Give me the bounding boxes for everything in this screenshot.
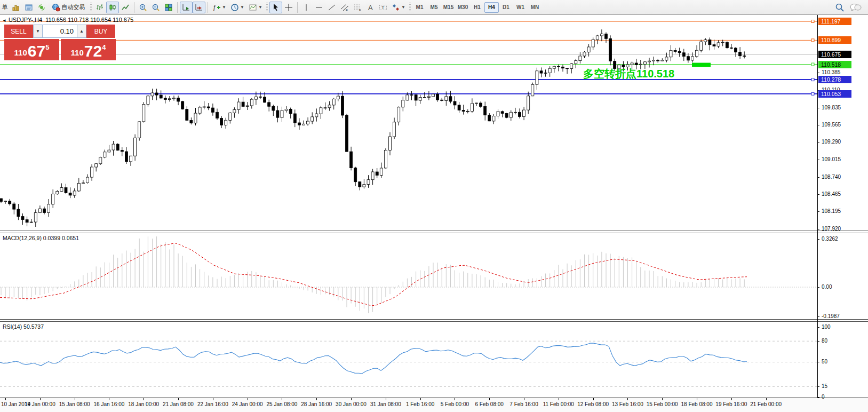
price-level-badge: 110.278 (818, 76, 851, 83)
timeframe-button-M1[interactable]: M1 (412, 2, 427, 13)
timeframe-button-M5[interactable]: M5 (427, 2, 441, 13)
time-tick-mark (109, 398, 109, 400)
axis-tick-mark (817, 316, 819, 317)
macd-chart (0, 233, 868, 319)
time-tick-mark (40, 398, 41, 400)
timeframe-button-M15[interactable]: M15 (441, 2, 456, 13)
chart-annotation: 多空转折点110.518 (583, 67, 674, 81)
line-chart-button[interactable] (119, 2, 132, 13)
axis-tick-mark (817, 160, 819, 160)
time-tick-mark (524, 398, 524, 400)
time-axis[interactable]: 10 Jan 201914 Jan 00:0015 Jan 08:0016 Ja… (0, 398, 868, 412)
horizontal-line-button[interactable] (313, 2, 325, 13)
price-scale[interactable]: 110.385110.110109.835109.565109.290109.0… (817, 0, 868, 412)
sell-button[interactable]: SELL (4, 25, 33, 38)
toolbar-drag-handle (409, 3, 411, 12)
market-watch-button[interactable] (10, 2, 22, 13)
svg-text:A: A (368, 4, 373, 12)
axis-tick-mark (817, 108, 819, 108)
xaxis-label: 24 Jan 00:00 (232, 401, 263, 407)
price-chart-pane: ◄USDJPY-,H4 110.656 110.718 110.654 110.… (0, 15, 868, 231)
svg-text:f: f (213, 4, 216, 11)
navigator-button[interactable] (22, 2, 35, 13)
toolbar-drag-handle (90, 3, 92, 12)
line-chart-icon (121, 3, 130, 12)
timeframe-button-MN[interactable]: MN (528, 2, 542, 13)
chart-shift-button[interactable] (193, 2, 205, 13)
collapse-triangle-icon[interactable]: ◄ (2, 18, 6, 23)
xaxis-label: 15 Jan 08:00 (59, 401, 90, 407)
cursor-button[interactable] (269, 2, 282, 13)
tile-windows-button[interactable] (162, 2, 175, 13)
navigator-icon (25, 3, 33, 12)
price-level-badge: 110.675 (818, 51, 851, 58)
tile-windows-icon (164, 3, 173, 12)
volume-decrease-button[interactable]: ▼ (33, 25, 43, 38)
xaxis-label: 25 Jan 08:00 (266, 401, 297, 407)
timeframe-button-H4[interactable]: H4 (484, 2, 499, 13)
trendline-button[interactable] (325, 2, 338, 13)
price-level-badge: 111.197 (818, 18, 851, 25)
candlestick-button[interactable] (106, 2, 119, 13)
toolbar-separator (297, 2, 298, 13)
time-tick-mark (316, 398, 317, 400)
xaxis-label: 16 Jan 16:00 (93, 401, 124, 407)
volume-increase-button[interactable]: ▲ (77, 25, 86, 38)
buy-button[interactable]: BUY (86, 25, 115, 38)
zoom-out-button[interactable] (149, 2, 162, 13)
svg-text:F: F (359, 9, 361, 12)
chevron-down-icon: ▼ (258, 5, 262, 10)
terminal-button[interactable] (35, 2, 48, 13)
crosshair-button[interactable] (282, 2, 295, 13)
fibonacci-button[interactable]: F (351, 2, 364, 13)
arrows-button[interactable]: ▼ (389, 2, 408, 13)
svg-text:E: E (346, 9, 348, 12)
fibonacci-icon: F (353, 3, 362, 12)
timeframe-button-D1[interactable]: D1 (499, 2, 513, 13)
vertical-line-button[interactable] (300, 2, 313, 13)
chevron-down-icon: ▼ (240, 5, 244, 10)
new-order-label: 单 (2, 3, 8, 11)
price-level-badge: 110.899 (818, 36, 851, 44)
bar-chart-button[interactable] (93, 2, 106, 13)
time-tick-mark (731, 398, 732, 400)
macd-tick-label: 0.3262 (822, 236, 838, 242)
templates-button[interactable]: ▼ (246, 2, 265, 13)
time-tick-mark (420, 398, 421, 400)
xaxis-label: 7 Feb 16:00 (509, 401, 538, 407)
autoscroll-button[interactable] (180, 2, 193, 13)
axis-tick-mark (817, 386, 819, 387)
time-tick-mark (627, 398, 628, 400)
sell-price-box[interactable]: 110 67 5 (4, 39, 59, 60)
timeframe-button-M30[interactable]: M30 (456, 2, 470, 13)
price-tick-label: 109.290 (822, 139, 841, 145)
autotrading-button[interactable]: 自动交易 (48, 2, 89, 13)
axis-tick-mark (817, 341, 819, 342)
volume-input[interactable] (43, 25, 77, 38)
price-tick-label: 108.195 (822, 208, 841, 214)
price-tick-label: 108.465 (822, 191, 841, 197)
turning-point-marker (692, 63, 711, 67)
label-button[interactable]: T (377, 2, 389, 13)
toolbar-separator (134, 2, 134, 13)
time-tick-mark (282, 398, 282, 400)
text-button[interactable]: A (364, 2, 377, 13)
indicators-button[interactable]: f ▼ (210, 2, 228, 13)
axis-tick-mark (817, 142, 819, 142)
xaxis-label: 13 Feb 16:00 (612, 401, 643, 407)
timeframe-button-H1[interactable]: H1 (470, 2, 484, 13)
zoom-in-button[interactable] (137, 2, 149, 13)
channel-button[interactable]: E (338, 2, 351, 13)
rsi-tick-label: 50 (822, 359, 827, 365)
toolbar: 单 自动交易 f ▼ ▼ (0, 0, 868, 15)
time-tick-mark (144, 398, 144, 400)
chart-title-symbol: USDJPY-,H4 (9, 17, 42, 23)
rsi-tick-label: 100 (822, 324, 831, 330)
periods-button[interactable]: ▼ (228, 2, 246, 13)
time-tick-mark (662, 398, 663, 400)
new-order-button[interactable]: 单 (0, 2, 10, 13)
timeframe-button-W1[interactable]: W1 (513, 2, 528, 13)
buy-price-box[interactable]: 110 72 4 (61, 39, 116, 60)
buy-price-big: 72 (84, 44, 102, 58)
time-tick-mark (455, 398, 455, 400)
